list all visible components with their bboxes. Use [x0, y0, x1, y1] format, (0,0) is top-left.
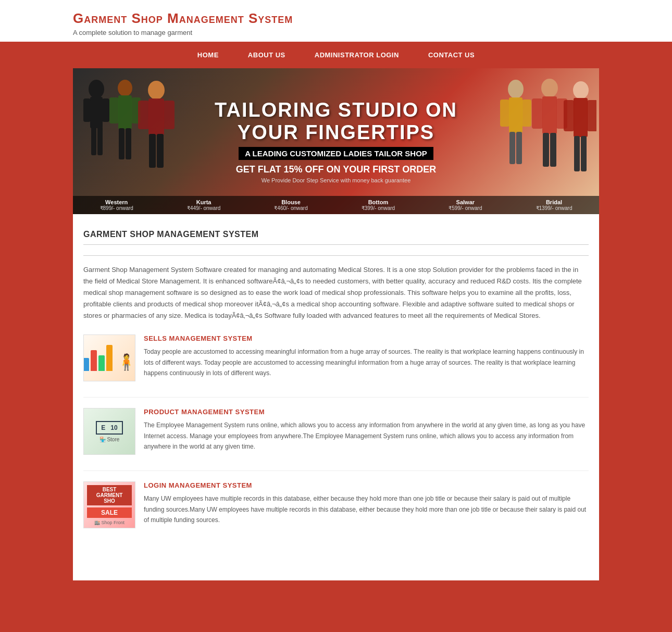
banner-title: TAILORING STUDIO ON	[215, 99, 457, 121]
svg-rect-34	[574, 136, 580, 171]
feature-item-product: E 10 🏪 Store PRODUCT MANAGEMENT SYSTEMTh…	[83, 408, 589, 455]
svg-rect-14	[138, 101, 149, 129]
svg-rect-15	[164, 101, 175, 129]
section-title: GARMENT SHOP MANAGEMENT SYSTEM	[83, 230, 589, 245]
svg-rect-10	[119, 128, 125, 159]
feature-content-product: PRODUCT MANAGEMENT SYSTEMThe Employee Ma…	[144, 408, 589, 455]
banner-content: TAILORING STUDIO ON YOUR FINGERTIPS A LE…	[215, 99, 457, 183]
site-subtitle: A complete solution to manage garment	[73, 29, 599, 36]
banner-category-blouse: Blouse₹460/- onward	[274, 199, 307, 211]
svg-point-30	[573, 81, 589, 99]
svg-point-24	[541, 79, 558, 97]
nav-item-administrator-login[interactable]: ADMINISTRATOR LOGIN	[300, 42, 414, 68]
svg-rect-1	[90, 97, 103, 128]
svg-rect-8	[109, 97, 119, 123]
svg-rect-23	[516, 132, 522, 164]
features-container: 🧍 SELLS MANAGEMENT SYSTEMToday people ar…	[83, 334, 589, 528]
svg-rect-13	[148, 98, 164, 135]
nav-item-home[interactable]: HOME	[183, 42, 233, 68]
banner-title2: YOUR FINGERTIPS	[215, 121, 457, 144]
banner-category-kurta: Kurta₹449/- onward	[187, 199, 220, 211]
svg-rect-31	[574, 98, 588, 137]
feature-title-login: LOGIN MANAGEMENT SYSTEM	[144, 481, 589, 489]
banner-category-bottom: Bottom₹399/- onward	[362, 199, 395, 211]
svg-rect-17	[157, 134, 164, 168]
svg-point-18	[508, 80, 524, 98]
feature-text-product: The Employee Management System runs onli…	[144, 420, 589, 452]
svg-rect-4	[91, 127, 96, 155]
svg-rect-26	[532, 98, 543, 129]
feature-image-sells: 🧍	[83, 334, 135, 381]
banner-left-mannequins	[73, 68, 177, 214]
nav-list: HOMEABOUT USADMINISTRATOR LOGINCONTACT U…	[0, 42, 672, 68]
feature-item-sells: 🧍 SELLS MANAGEMENT SYSTEMToday people ar…	[83, 334, 589, 381]
banner: TAILORING STUDIO ON YOUR FINGERTIPS A LE…	[73, 68, 599, 214]
banner-subtitle: A LEADING CUSTOMIZED LADIES TAILOR SHOP	[239, 147, 433, 160]
feature-divider-0	[83, 397, 589, 398]
svg-rect-3	[102, 98, 109, 122]
svg-rect-25	[542, 96, 557, 134]
svg-rect-20	[500, 100, 509, 127]
svg-rect-19	[509, 97, 522, 133]
banner-category-salwar: Salwar₹599/- onward	[449, 199, 482, 211]
banner-offer: GET FLAT 15% OFF ON YOUR FIRST ORDER	[215, 164, 457, 175]
svg-rect-33	[587, 100, 596, 131]
feature-image-product: E 10 🏪 Store	[83, 408, 135, 455]
svg-point-0	[89, 80, 104, 98]
banner-categories: Western₹899/- onwardKurta₹449/- onwardBl…	[73, 196, 599, 214]
svg-rect-22	[509, 132, 515, 164]
feature-content-login: LOGIN MANAGEMENT SYSTEMMany UW employees…	[144, 481, 589, 528]
site-title: Garment Shop Management System	[73, 10, 599, 27]
svg-rect-35	[581, 136, 587, 171]
svg-rect-28	[543, 133, 549, 167]
svg-point-6	[118, 80, 132, 96]
banner-note: We Provide Door Step Service with money …	[215, 177, 457, 183]
svg-rect-11	[126, 128, 131, 159]
feature-title-sells: SELLS MANAGEMENT SYSTEM	[144, 334, 589, 342]
svg-rect-7	[118, 95, 132, 129]
svg-rect-2	[83, 98, 91, 122]
nav-item-about-us[interactable]: ABOUT US	[233, 42, 300, 68]
intro-text: Garment Shop Management System Software …	[83, 264, 589, 321]
feature-content-sells: SELLS MANAGEMENT SYSTEMToday people are …	[144, 334, 589, 381]
svg-rect-21	[522, 100, 531, 127]
feature-title-product: PRODUCT MANAGEMENT SYSTEM	[144, 408, 589, 416]
feature-image-login: BEST GARMENT SHO SALE 🏬 Shop Front	[83, 481, 135, 528]
feature-item-login: BEST GARMENT SHO SALE 🏬 Shop Front LOGIN…	[83, 481, 589, 528]
svg-point-12	[148, 81, 165, 100]
svg-rect-16	[149, 134, 156, 168]
navbar: HOMEABOUT USADMINISTRATOR LOGINCONTACT U…	[0, 42, 672, 68]
svg-rect-5	[97, 127, 103, 155]
banner-category-western: Western₹899/- onward	[100, 199, 133, 211]
feature-text-login: Many UW employees have multiple records …	[144, 493, 589, 525]
feature-text-sells: Today people are accustomed to accessing…	[144, 346, 589, 378]
banner-right-mannequins	[495, 68, 599, 214]
banner-category-bridal: Bridal₹1399/- onward	[536, 199, 573, 211]
nav-item-contact-us[interactable]: CONTACT US	[414, 42, 489, 68]
svg-rect-32	[564, 100, 574, 131]
feature-divider-1	[83, 470, 589, 471]
svg-rect-29	[550, 133, 556, 167]
